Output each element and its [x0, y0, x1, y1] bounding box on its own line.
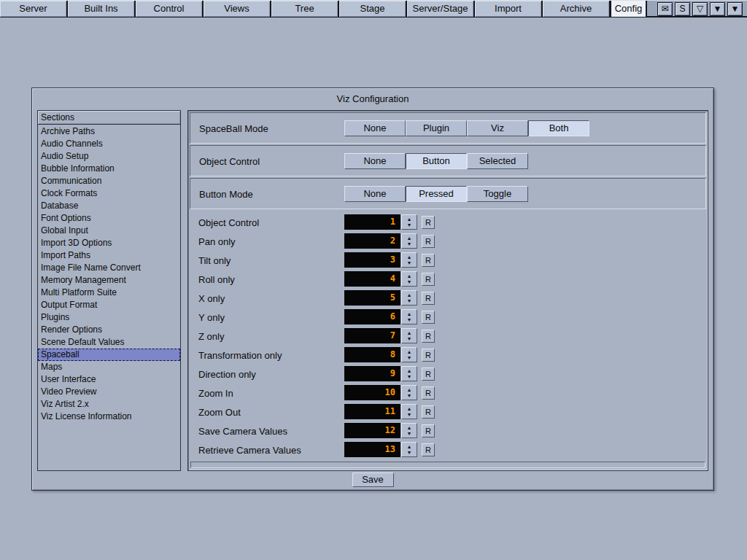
spin-down-icon[interactable]: ▼ — [407, 355, 412, 361]
menu-tab-import[interactable]: Import — [475, 1, 543, 17]
spin-up-icon[interactable]: ▲ — [407, 311, 412, 317]
sidebar-item-archive-paths[interactable]: Archive Paths — [38, 125, 180, 138]
reset-button-retrieve-camera-values[interactable]: R — [422, 443, 435, 456]
s-icon[interactable]: S — [675, 2, 690, 16]
sidebar-item-audio-setup[interactable]: Audio Setup — [38, 150, 180, 163]
sidebar-item-spaceball[interactable]: Spaceball — [38, 349, 180, 361]
sidebar-item-maps[interactable]: Maps — [38, 361, 180, 373]
value-field-zoom-in[interactable]: 10 — [344, 385, 400, 400]
menu-tab-control[interactable]: Control — [136, 1, 204, 17]
spin-up-icon[interactable]: ▲ — [407, 292, 412, 298]
spaceball-mode-option-none[interactable]: None — [344, 120, 406, 136]
value-field-zoom-out[interactable]: 11 — [344, 404, 400, 419]
value-field-retrieve-camera-values[interactable]: 13 — [344, 442, 400, 457]
sidebar-item-plugins[interactable]: Plugins — [38, 311, 180, 324]
menu-tab-server[interactable]: Server — [0, 1, 68, 17]
reset-button-z-only[interactable]: R — [422, 330, 435, 343]
spin-up-icon[interactable]: ▲ — [407, 236, 412, 241]
sidebar-item-viz-artist-2-x[interactable]: Viz Artist 2.x — [38, 398, 180, 411]
menu-tab-archive[interactable]: Archive — [543, 1, 611, 17]
sidebar-item-video-preview[interactable]: Video Preview — [38, 386, 180, 398]
sidebar-item-output-format[interactable]: Output Format — [38, 299, 180, 311]
value-field-save-camera-values[interactable]: 12 — [344, 423, 400, 438]
sidebar-item-image-file-name-convert[interactable]: Image File Name Convert — [38, 262, 180, 274]
spin-up-icon[interactable]: ▲ — [407, 444, 412, 450]
value-field-pan-only[interactable]: 2 — [344, 233, 400, 249]
spin-up-icon[interactable]: ▲ — [407, 406, 412, 412]
flag-icon[interactable]: ▽ — [692, 2, 708, 16]
value-field-direction-only[interactable]: 9 — [344, 366, 400, 381]
spin-down-icon[interactable]: ▼ — [407, 260, 412, 266]
value-field-y-only[interactable]: 6 — [344, 309, 400, 324]
sidebar-item-viz-license-information[interactable]: Viz License Information — [38, 411, 180, 423]
menu-tab-config[interactable]: Config — [611, 1, 647, 17]
spin-down-icon[interactable]: ▼ — [407, 412, 412, 418]
value-field-object-control[interactable]: 1 — [344, 214, 400, 230]
mail-icon[interactable]: ✉ — [657, 2, 673, 16]
spin-down-icon[interactable]: ▼ — [407, 336, 412, 342]
menu-tab-views[interactable]: Views — [204, 1, 271, 17]
sidebar-item-render-options[interactable]: Render Options — [38, 324, 180, 336]
spin-down-icon[interactable]: ▼ — [407, 279, 412, 285]
sidebar-item-import-paths[interactable]: Import Paths — [38, 249, 180, 262]
spin-up-icon[interactable]: ▲ — [407, 425, 412, 431]
value-field-tilt-only[interactable]: 3 — [344, 252, 400, 268]
sidebar-item-audio-channels[interactable]: Audio Channels — [38, 138, 180, 150]
spin-down-icon[interactable]: ▼ — [407, 450, 412, 456]
spin-down-icon[interactable]: ▼ — [407, 222, 412, 228]
sidebar-item-global-input[interactable]: Global Input — [38, 225, 180, 237]
value-field-x-only[interactable]: 5 — [344, 290, 400, 306]
button-mode-option-toggle[interactable]: Toggle — [467, 186, 528, 202]
spin-down-icon[interactable]: ▼ — [407, 431, 412, 437]
sidebar-item-memory-management[interactable]: Memory Management — [38, 274, 180, 287]
reset-button-roll-only[interactable]: R — [422, 273, 435, 286]
sidebar-item-font-options[interactable]: Font Options — [38, 212, 180, 225]
reset-button-zoom-in[interactable]: R — [422, 386, 435, 400]
sidebar-item-import-3d-options[interactable]: Import 3D Options — [38, 237, 180, 249]
save-button[interactable]: Save — [352, 472, 394, 487]
reset-button-transformation-only[interactable]: R — [422, 349, 435, 362]
button-mode-option-none[interactable]: None — [344, 186, 406, 202]
object-control-option-none[interactable]: None — [344, 153, 406, 169]
value-field-transformation-only[interactable]: 8 — [344, 347, 400, 362]
button-mode-option-pressed[interactable]: Pressed — [406, 186, 467, 202]
object-control-option-selected[interactable]: Selected — [467, 153, 528, 169]
reset-button-direction-only[interactable]: R — [422, 368, 435, 381]
menu-tab-stage[interactable]: Stage — [339, 1, 407, 17]
sidebar-item-user-interface[interactable]: User Interface — [38, 373, 180, 386]
spin-up-icon[interactable]: ▲ — [407, 387, 412, 393]
sidebar-item-database[interactable]: Database — [38, 200, 180, 212]
spaceball-mode-option-viz[interactable]: Viz — [467, 120, 528, 136]
spin-up-icon[interactable]: ▲ — [407, 217, 412, 222]
spaceball-mode-option-both[interactable]: Both — [528, 120, 589, 136]
reset-button-y-only[interactable]: R — [422, 311, 435, 324]
reset-button-pan-only[interactable]: R — [422, 235, 435, 248]
menu-tab-built-ins[interactable]: Built Ins — [68, 1, 136, 17]
reset-button-tilt-only[interactable]: R — [422, 254, 435, 267]
menu-tab-tree[interactable]: Tree — [271, 1, 339, 17]
reset-button-zoom-out[interactable]: R — [422, 405, 435, 419]
reset-button-save-camera-values[interactable]: R — [422, 424, 435, 438]
value-field-z-only[interactable]: 7 — [344, 328, 400, 343]
spin-down-icon[interactable]: ▼ — [407, 298, 412, 304]
reset-button-object-control[interactable]: R — [422, 216, 435, 229]
object-control-option-button[interactable]: Button — [406, 153, 467, 169]
sidebar-item-clock-formats[interactable]: Clock Formats — [38, 187, 180, 200]
spin-up-icon[interactable]: ▲ — [407, 273, 412, 279]
sidebar-item-scene-default-values[interactable]: Scene Default Values — [38, 336, 180, 349]
value-field-roll-only[interactable]: 4 — [344, 271, 400, 287]
dropdown-icon-1[interactable]: ▼ — [710, 2, 725, 16]
dropdown-icon-2[interactable]: ▼ — [727, 2, 743, 16]
spin-up-icon[interactable]: ▲ — [407, 330, 412, 336]
menu-tab-server-stage[interactable]: Server/Stage — [407, 1, 475, 17]
spin-up-icon[interactable]: ▲ — [407, 254, 412, 260]
spin-down-icon[interactable]: ▼ — [407, 374, 412, 380]
spaceball-mode-option-plugin[interactable]: Plugin — [406, 120, 467, 136]
reset-button-x-only[interactable]: R — [422, 292, 435, 305]
spin-up-icon[interactable]: ▲ — [407, 349, 412, 355]
spin-down-icon[interactable]: ▼ — [407, 393, 412, 399]
sidebar-item-bubble-information[interactable]: Bubble Information — [38, 163, 180, 175]
spin-down-icon[interactable]: ▼ — [407, 317, 412, 323]
sidebar-item-communication[interactable]: Communication — [38, 175, 180, 187]
sidebar-item-multi-platform-suite[interactable]: Multi Platform Suite — [38, 287, 180, 299]
